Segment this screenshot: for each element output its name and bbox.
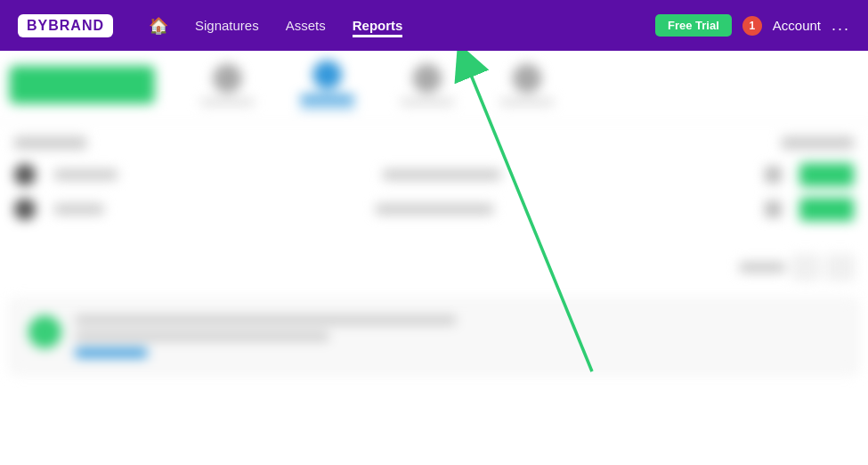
table-row (14, 163, 855, 187)
section-title-status (782, 136, 855, 149)
user-icon (14, 164, 36, 185)
sub-tab-3-icon (413, 63, 442, 93)
logo[interactable]: BYBRAND (18, 14, 113, 37)
row-edit-button[interactable] (799, 163, 854, 187)
pagination-row (0, 246, 868, 290)
nav-assets[interactable]: Assets (286, 13, 326, 37)
free-trial-button[interactable]: Free Trial (655, 14, 732, 37)
pagination-text (740, 262, 785, 273)
info-icon: i (28, 315, 61, 348)
sub-tab-2[interactable] (300, 61, 354, 109)
sub-tab-4-icon (513, 63, 542, 93)
row-name (54, 169, 118, 180)
section-title-name (14, 136, 87, 149)
sub-tab-1[interactable] (200, 63, 255, 105)
row-status (765, 167, 781, 183)
info-link[interactable] (75, 348, 148, 357)
home-icon[interactable]: 🏠 (149, 16, 168, 36)
table-row (14, 198, 855, 222)
notification-badge[interactable]: 1 (742, 16, 762, 36)
account-link[interactable]: Account (773, 18, 821, 33)
sub-tab-2-icon (312, 61, 342, 90)
navbar: BYBRAND 🏠 Signatures Assets Reports Free… (0, 0, 868, 51)
sub-tab-4[interactable] (499, 63, 554, 105)
main-content: i (0, 51, 868, 465)
row-edit-button[interactable] (799, 198, 854, 222)
section-title-bar (14, 136, 855, 149)
sub-nav (0, 51, 868, 123)
nav-links: 🏠 Signatures Assets Reports (149, 13, 655, 37)
sub-tab-4-label (499, 98, 554, 105)
nav-signatures[interactable]: Signatures (195, 13, 259, 37)
nav-reports[interactable]: Reports (353, 13, 403, 37)
sub-tab-2-label (300, 94, 354, 102)
nav-right: Free Trial 1 Account ... (655, 14, 850, 37)
sub-tab-3-label (400, 98, 454, 105)
info-line-2 (75, 332, 329, 341)
row-email (382, 169, 500, 180)
user-icon (14, 199, 36, 220)
sub-tab-1-label (200, 98, 255, 105)
content-section (0, 123, 868, 246)
info-text-block (75, 315, 840, 357)
info-line-1 (75, 315, 456, 324)
sub-tab-3[interactable] (400, 63, 454, 105)
create-signature-button[interactable] (10, 65, 155, 103)
prev-page-button[interactable] (792, 255, 820, 281)
row-status (765, 201, 781, 217)
blur-overlay: i (0, 51, 868, 465)
row-email (376, 204, 494, 215)
row-name (54, 204, 104, 215)
sub-tab-1-icon (213, 63, 242, 93)
info-card: i (10, 298, 859, 375)
next-page-button[interactable] (827, 255, 855, 281)
more-options-icon[interactable]: ... (831, 16, 850, 35)
